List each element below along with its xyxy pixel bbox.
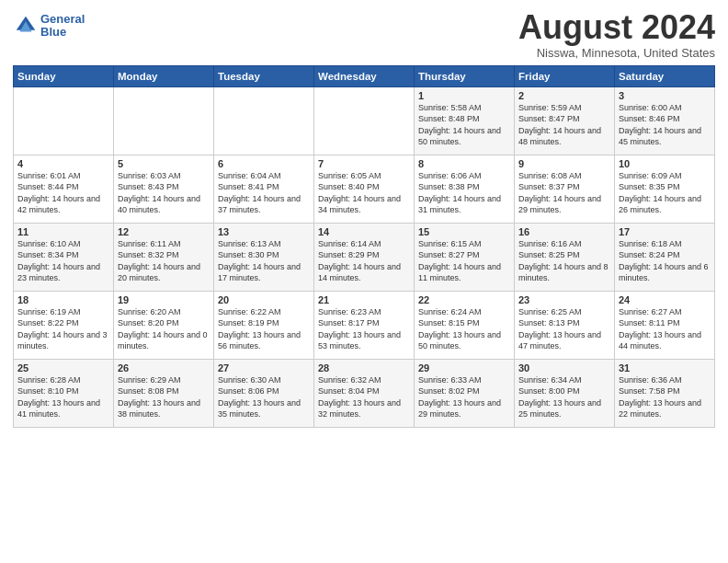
calendar-cell: 31Sunrise: 6:36 AM Sunset: 7:58 PM Dayli…: [615, 359, 715, 427]
calendar-cell: 4Sunrise: 6:01 AM Sunset: 8:44 PM Daylig…: [14, 155, 114, 223]
calendar-cell: 2Sunrise: 5:59 AM Sunset: 8:47 PM Daylig…: [515, 86, 615, 155]
header-row: Sunday Monday Tuesday Wednesday Thursday…: [14, 65, 715, 86]
logo-line2: Blue: [40, 26, 85, 39]
calendar-cell: 15Sunrise: 6:15 AM Sunset: 8:27 PM Dayli…: [415, 223, 515, 291]
day-info: Sunrise: 6:08 AM Sunset: 8:37 PM Dayligh…: [518, 170, 610, 216]
calendar-cell: [314, 86, 415, 155]
col-tuesday: Tuesday: [214, 65, 314, 86]
day-number: 10: [619, 158, 711, 169]
calendar-cell: 30Sunrise: 6:34 AM Sunset: 8:00 PM Dayli…: [515, 359, 615, 427]
calendar-cell: 19Sunrise: 6:20 AM Sunset: 8:20 PM Dayli…: [114, 291, 214, 359]
day-number: 3: [619, 90, 711, 101]
day-info: Sunrise: 6:34 AM Sunset: 8:00 PM Dayligh…: [518, 374, 610, 420]
calendar-cell: 6Sunrise: 6:04 AM Sunset: 8:41 PM Daylig…: [214, 155, 314, 223]
calendar-cell: 25Sunrise: 6:28 AM Sunset: 8:10 PM Dayli…: [14, 359, 114, 427]
day-number: 31: [619, 362, 711, 373]
day-number: 7: [318, 158, 410, 169]
day-number: 11: [17, 226, 109, 237]
day-number: 2: [518, 90, 610, 101]
logo-icon: [13, 13, 39, 39]
calendar-cell: 29Sunrise: 6:33 AM Sunset: 8:02 PM Dayli…: [415, 359, 515, 427]
header: General Blue August 2024 Nisswa, Minneso…: [13, 9, 715, 60]
col-friday: Friday: [515, 65, 615, 86]
week-row-4: 18Sunrise: 6:19 AM Sunset: 8:22 PM Dayli…: [14, 291, 715, 359]
calendar-cell: 7Sunrise: 6:05 AM Sunset: 8:40 PM Daylig…: [314, 155, 415, 223]
day-info: Sunrise: 5:58 AM Sunset: 8:48 PM Dayligh…: [418, 102, 510, 148]
day-number: 17: [619, 226, 711, 237]
day-info: Sunrise: 6:28 AM Sunset: 8:10 PM Dayligh…: [17, 374, 109, 420]
calendar-cell: 1Sunrise: 5:58 AM Sunset: 8:48 PM Daylig…: [415, 86, 515, 155]
calendar-cell: 9Sunrise: 6:08 AM Sunset: 8:37 PM Daylig…: [515, 155, 615, 223]
day-info: Sunrise: 6:18 AM Sunset: 8:24 PM Dayligh…: [619, 238, 711, 284]
day-info: Sunrise: 6:04 AM Sunset: 8:41 PM Dayligh…: [218, 170, 310, 216]
day-number: 29: [418, 362, 510, 373]
day-number: 12: [118, 226, 210, 237]
week-row-2: 4Sunrise: 6:01 AM Sunset: 8:44 PM Daylig…: [14, 155, 715, 223]
calendar-cell: [14, 86, 114, 155]
day-number: 20: [218, 294, 310, 305]
calendar-cell: 18Sunrise: 6:19 AM Sunset: 8:22 PM Dayli…: [14, 291, 114, 359]
day-info: Sunrise: 6:29 AM Sunset: 8:08 PM Dayligh…: [118, 374, 210, 420]
day-info: Sunrise: 6:25 AM Sunset: 8:13 PM Dayligh…: [518, 306, 610, 352]
day-info: Sunrise: 6:16 AM Sunset: 8:25 PM Dayligh…: [518, 238, 610, 284]
calendar-cell: 13Sunrise: 6:13 AM Sunset: 8:30 PM Dayli…: [214, 223, 314, 291]
calendar-cell: 11Sunrise: 6:10 AM Sunset: 8:34 PM Dayli…: [14, 223, 114, 291]
day-info: Sunrise: 6:01 AM Sunset: 8:44 PM Dayligh…: [17, 170, 109, 216]
day-number: 22: [418, 294, 510, 305]
day-info: Sunrise: 6:23 AM Sunset: 8:17 PM Dayligh…: [318, 306, 410, 352]
page-container: General Blue August 2024 Nisswa, Minneso…: [0, 0, 728, 435]
calendar-cell: 27Sunrise: 6:30 AM Sunset: 8:06 PM Dayli…: [214, 359, 314, 427]
day-number: 14: [318, 226, 410, 237]
calendar-cell: 22Sunrise: 6:24 AM Sunset: 8:15 PM Dayli…: [415, 291, 515, 359]
day-info: Sunrise: 6:13 AM Sunset: 8:30 PM Dayligh…: [218, 238, 310, 284]
day-number: 5: [118, 158, 210, 169]
day-info: Sunrise: 6:22 AM Sunset: 8:19 PM Dayligh…: [218, 306, 310, 352]
location: Nisswa, Minnesota, United States: [518, 46, 715, 60]
day-number: 1: [418, 90, 510, 101]
day-number: 13: [218, 226, 310, 237]
calendar-cell: 16Sunrise: 6:16 AM Sunset: 8:25 PM Dayli…: [515, 223, 615, 291]
week-row-3: 11Sunrise: 6:10 AM Sunset: 8:34 PM Dayli…: [14, 223, 715, 291]
day-number: 28: [318, 362, 410, 373]
day-number: 27: [218, 362, 310, 373]
day-info: Sunrise: 6:27 AM Sunset: 8:11 PM Dayligh…: [619, 306, 711, 352]
day-info: Sunrise: 6:05 AM Sunset: 8:40 PM Dayligh…: [318, 170, 410, 216]
day-info: Sunrise: 6:36 AM Sunset: 7:58 PM Dayligh…: [619, 374, 711, 420]
day-number: 21: [318, 294, 410, 305]
week-row-1: 1Sunrise: 5:58 AM Sunset: 8:48 PM Daylig…: [14, 86, 715, 155]
calendar-cell: 8Sunrise: 6:06 AM Sunset: 8:38 PM Daylig…: [415, 155, 515, 223]
day-info: Sunrise: 6:20 AM Sunset: 8:20 PM Dayligh…: [118, 306, 210, 352]
day-number: 30: [518, 362, 610, 373]
calendar-cell: 12Sunrise: 6:11 AM Sunset: 8:32 PM Dayli…: [114, 223, 214, 291]
day-number: 18: [17, 294, 109, 305]
calendar-table: Sunday Monday Tuesday Wednesday Thursday…: [13, 65, 715, 428]
calendar-cell: 10Sunrise: 6:09 AM Sunset: 8:35 PM Dayli…: [615, 155, 715, 223]
day-info: Sunrise: 6:09 AM Sunset: 8:35 PM Dayligh…: [619, 170, 711, 216]
calendar-cell: 28Sunrise: 6:32 AM Sunset: 8:04 PM Dayli…: [314, 359, 415, 427]
day-number: 25: [17, 362, 109, 373]
day-info: Sunrise: 6:30 AM Sunset: 8:06 PM Dayligh…: [218, 374, 310, 420]
day-info: Sunrise: 6:19 AM Sunset: 8:22 PM Dayligh…: [17, 306, 109, 352]
logo-line1: General: [40, 13, 85, 26]
day-info: Sunrise: 6:10 AM Sunset: 8:34 PM Dayligh…: [17, 238, 109, 284]
day-number: 23: [518, 294, 610, 305]
calendar-cell: 17Sunrise: 6:18 AM Sunset: 8:24 PM Dayli…: [615, 223, 715, 291]
calendar-cell: [214, 86, 314, 155]
day-number: 9: [518, 158, 610, 169]
calendar-cell: 14Sunrise: 6:14 AM Sunset: 8:29 PM Dayli…: [314, 223, 415, 291]
calendar-cell: 5Sunrise: 6:03 AM Sunset: 8:43 PM Daylig…: [114, 155, 214, 223]
calendar-cell: 24Sunrise: 6:27 AM Sunset: 8:11 PM Dayli…: [615, 291, 715, 359]
day-info: Sunrise: 5:59 AM Sunset: 8:47 PM Dayligh…: [518, 102, 610, 148]
day-number: 8: [418, 158, 510, 169]
col-wednesday: Wednesday: [314, 65, 415, 86]
col-saturday: Saturday: [615, 65, 715, 86]
calendar-cell: 20Sunrise: 6:22 AM Sunset: 8:19 PM Dayli…: [214, 291, 314, 359]
day-info: Sunrise: 6:24 AM Sunset: 8:15 PM Dayligh…: [418, 306, 510, 352]
title-block: August 2024 Nisswa, Minnesota, United St…: [518, 9, 715, 60]
day-info: Sunrise: 6:33 AM Sunset: 8:02 PM Dayligh…: [418, 374, 510, 420]
day-info: Sunrise: 6:00 AM Sunset: 8:46 PM Dayligh…: [619, 102, 711, 148]
col-thursday: Thursday: [415, 65, 515, 86]
day-number: 4: [17, 158, 109, 169]
col-sunday: Sunday: [14, 65, 114, 86]
day-info: Sunrise: 6:14 AM Sunset: 8:29 PM Dayligh…: [318, 238, 410, 284]
